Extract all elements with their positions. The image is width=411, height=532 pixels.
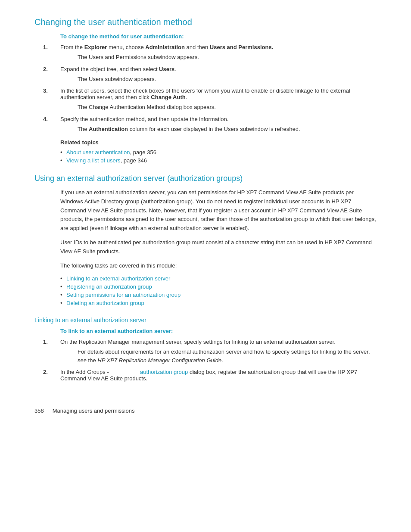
related-topic-1-link[interactable]: About user authentication (66, 149, 130, 156)
step3-text: In the list of users, select the check b… (60, 87, 350, 100)
section3-title: Linking to an external authorization ser… (34, 317, 377, 324)
section2-para2: User IDs to be authenticated per authori… (60, 238, 377, 256)
related-topic-2: Viewing a list of users, page 346 (60, 157, 377, 164)
step-content-2: Expand the object tree, and then select … (60, 66, 377, 84)
task-link-2[interactable]: Registering an authorization group (66, 283, 152, 290)
task-link-1[interactable]: Linking to an external authorization ser… (66, 275, 170, 282)
procedure-label-2: To link to an external authorization ser… (60, 328, 377, 334)
related-topics-list: About user authentication, page 356 View… (60, 149, 377, 164)
task-item-2: Registering an authorization group (60, 283, 377, 290)
task-list: Linking to an external authorization ser… (60, 275, 377, 306)
step-s3-1-note: For details about requirements for an ex… (78, 348, 377, 364)
step4-text: Specify the authentication method, and t… (60, 116, 228, 122)
step-s3-2: 2. In the Add Groups - authorization gro… (43, 369, 377, 382)
step-number-4: 4. (43, 116, 60, 122)
page-container: Changing the user authentication method … (0, 0, 411, 440)
page-footer: 358 Managing users and permissions (34, 408, 377, 414)
task-item-4: Deleting an authorization group (60, 300, 377, 306)
step-s3-content-1: On the Replication Manager management se… (60, 339, 377, 364)
section-changing-auth: Changing the user authentication method … (34, 17, 377, 164)
step-content-3: In the list of users, select the check b… (60, 87, 377, 112)
footer-text: Managing users and permissions (53, 408, 135, 414)
task-link-4[interactable]: Deleting an authorization group (66, 300, 144, 306)
section2-para3: The following tasks are covered in this … (60, 261, 377, 271)
step-content-4: Specify the authentication method, and t… (60, 116, 377, 134)
footer-page-number: 358 (34, 408, 44, 414)
procedure-label-1: To change the method for user authentica… (60, 33, 377, 40)
step-content-1: From the Explorer menu, choose Administr… (60, 44, 377, 62)
task-item-3: Setting permissions for an authorization… (60, 292, 377, 298)
step-number-3: 3. (43, 87, 60, 94)
step-s3-number-2: 2. (43, 369, 60, 375)
step-s3-1: 1. On the Replication Manager management… (43, 339, 377, 364)
steps-list-1: 1. From the Explorer menu, choose Admini… (43, 44, 377, 133)
section2-title: Using an external authorization server (… (34, 174, 377, 183)
step-s3-number-1: 1. (43, 339, 60, 345)
step4-note: The Authentication column for each user … (78, 125, 377, 134)
step-s3-2-text: In the Add Groups - authorization group … (60, 369, 357, 382)
step3-note: The Change Authentication Method dialog … (78, 103, 377, 112)
step-s3-content-2: In the Add Groups - authorization group … (60, 369, 377, 382)
step-number-1: 1. (43, 44, 60, 50)
steps-list-2: 1. On the Replication Manager management… (43, 339, 377, 382)
step-4: 4. Specify the authentication method, an… (43, 116, 377, 134)
step-s3-2-inline-link[interactable]: authorization group (140, 369, 188, 375)
related-topic-1: About user authentication, page 356 (60, 149, 377, 156)
section-using-external-auth: Using an external authorization server (… (34, 174, 377, 306)
related-topic-2-link[interactable]: Viewing a list of users (66, 157, 121, 164)
step-number-2: 2. (43, 66, 60, 72)
step1-note: The Users and Permissions subwindow appe… (78, 53, 377, 62)
step2-text: Expand the object tree, and then select … (60, 66, 176, 72)
step-2: 2. Expand the object tree, and then sele… (43, 66, 377, 84)
task-item-1: Linking to an external authorization ser… (60, 275, 377, 282)
section2-para1: If you use an external authorization ser… (60, 188, 377, 233)
section-linking-external: Linking to an external authorization ser… (34, 317, 377, 382)
step-3: 3. In the list of users, select the chec… (43, 87, 377, 112)
step2-note: The Users subwindow appears. (78, 75, 377, 84)
italic-ref: HP XP7 Replication Manager Configuration… (97, 357, 221, 364)
step-s3-1-text: On the Replication Manager management se… (60, 339, 336, 345)
section1-title: Changing the user authentication method (34, 17, 377, 27)
related-topics-label: Related topics (60, 139, 377, 146)
task-link-3[interactable]: Setting permissions for an authorization… (66, 292, 181, 298)
step-1: 1. From the Explorer menu, choose Admini… (43, 44, 377, 62)
step1-text: From the Explorer menu, choose Administr… (60, 44, 273, 50)
